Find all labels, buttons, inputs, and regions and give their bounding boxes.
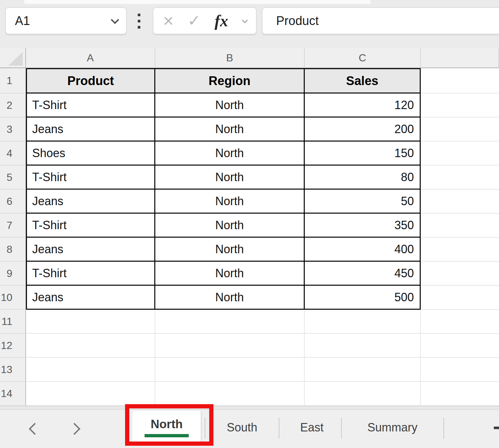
cell[interactable] [421,93,499,118]
cell[interactable]: North [155,118,305,142]
cell[interactable] [305,382,421,406]
formula-bar[interactable]: Product [262,7,499,34]
select-all-corner[interactable] [0,48,26,68]
cell[interactable] [421,358,499,382]
cell[interactable] [26,382,155,406]
cell[interactable]: North [155,166,305,190]
sheet-tab-south[interactable]: South [214,410,270,445]
spreadsheet-grid: ABC1ProductRegionSales2T-ShirtNorth1203J… [0,48,499,406]
cell[interactable]: North [155,190,305,214]
cell[interactable]: North [155,238,305,262]
horizontal-scrollbar[interactable] [0,406,499,410]
cell[interactable]: Jeans [26,238,155,262]
column-header[interactable]: C [305,48,421,68]
sheet-tab-north[interactable]: North [133,411,201,443]
cell[interactable] [305,358,421,382]
cell[interactable]: North [155,214,305,238]
insert-function-icon[interactable]: fx [215,13,228,29]
row-header[interactable]: 5 [0,166,26,190]
cell[interactable]: Product [26,68,155,93]
cell[interactable]: North [155,262,305,286]
cell[interactable]: T-Shirt [26,166,155,190]
toolbar-separator-dots [138,14,140,29]
table-row: 5T-ShirtNorth80 [0,166,499,190]
active-tab-underline [145,434,189,437]
row-header[interactable]: 13 [0,358,26,382]
cell[interactable]: North [155,142,305,166]
cell[interactable] [421,310,499,334]
cell[interactable]: North [155,93,305,118]
cell[interactable] [421,142,499,166]
row-header[interactable]: 11 [0,310,26,334]
cell[interactable] [421,190,499,214]
cell[interactable] [421,382,499,406]
cell[interactable] [421,286,499,310]
column-header[interactable] [421,48,499,68]
cell[interactable] [421,334,499,358]
add-sheet-icon[interactable] [494,427,499,429]
sheet-tab-summary[interactable]: Summary [353,410,431,445]
cell[interactable] [421,238,499,262]
row-header[interactable]: 7 [0,214,26,238]
cell[interactable] [421,118,499,142]
cell[interactable] [305,334,421,358]
cell[interactable]: 500 [305,286,421,310]
cell[interactable]: 200 [305,118,421,142]
row-header[interactable]: 6 [0,190,26,214]
cell[interactable]: Jeans [26,118,155,142]
cancel-icon[interactable]: × [163,12,174,30]
cell[interactable] [305,310,421,334]
tab-divider [279,418,279,439]
formula-toolbar: A1 × ✓ fx Product [0,0,499,48]
cell[interactable] [26,358,155,382]
name-box[interactable]: A1 [5,7,127,34]
table-row: 14 [0,382,499,406]
row-header[interactable]: 1 [0,68,26,93]
cell[interactable] [421,262,499,286]
cell[interactable]: 120 [305,93,421,118]
cell[interactable] [26,310,155,334]
row-header[interactable]: 4 [0,142,26,166]
table-row: 7T-ShirtNorth350 [0,214,499,238]
sheet-tab-east[interactable]: East [289,410,335,445]
enter-icon[interactable]: ✓ [188,13,201,29]
cell[interactable]: Sales [305,68,421,93]
row-header[interactable]: 10 [0,286,26,310]
cell[interactable]: 450 [305,262,421,286]
cell[interactable] [421,68,499,93]
cell[interactable]: 80 [305,166,421,190]
cell[interactable] [155,382,305,406]
cell[interactable] [155,358,305,382]
cell[interactable] [155,334,305,358]
chevron-down-icon[interactable] [242,17,248,23]
row-header[interactable]: 9 [0,262,26,286]
cell[interactable] [421,166,499,190]
row-header[interactable]: 12 [0,334,26,358]
cell[interactable]: 50 [305,190,421,214]
table-row: 13 [0,358,499,382]
table-row: 2T-ShirtNorth120 [0,93,499,118]
column-header[interactable]: B [155,48,305,68]
row-header[interactable]: 8 [0,238,26,262]
cell[interactable] [421,214,499,238]
cell[interactable]: T-Shirt [26,93,155,118]
cell[interactable]: 400 [305,238,421,262]
column-header[interactable]: A [26,48,155,68]
cell[interactable]: T-Shirt [26,214,155,238]
row-header[interactable]: 14 [0,382,26,406]
cell[interactable]: North [155,286,305,310]
ribbon-edge [24,0,370,4]
row-header[interactable]: 3 [0,118,26,142]
chevron-down-icon[interactable] [111,16,119,24]
cell[interactable]: Region [155,68,305,93]
cell[interactable]: Jeans [26,190,155,214]
cell[interactable]: 150 [305,142,421,166]
cell[interactable]: Shoes [26,142,155,166]
excel-window: A1 × ✓ fx Product ABC1ProductRegionSales… [0,0,499,448]
cell[interactable]: Jeans [26,286,155,310]
cell[interactable] [26,334,155,358]
cell[interactable]: T-Shirt [26,262,155,286]
cell[interactable]: 350 [305,214,421,238]
row-header[interactable]: 2 [0,93,26,118]
cell[interactable] [155,310,305,334]
